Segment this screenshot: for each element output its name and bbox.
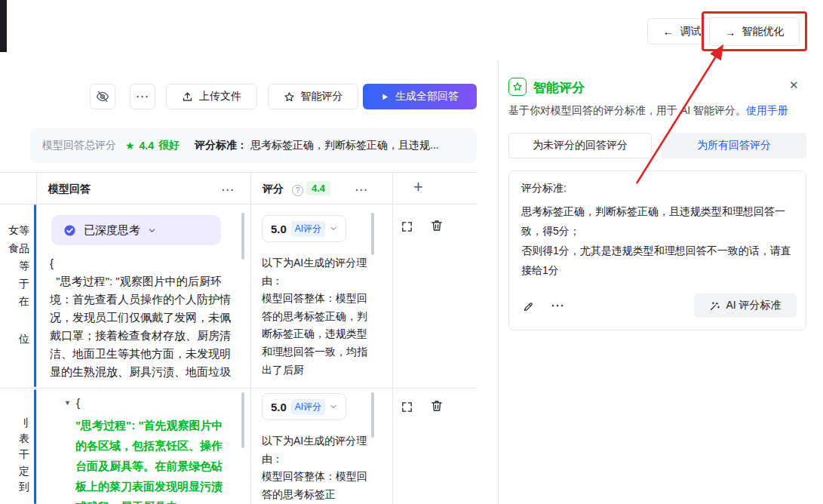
- clipped-line: 定: [0, 463, 29, 479]
- cell-scrollbar[interactable]: [241, 392, 244, 448]
- more-icon: ⋯: [355, 182, 368, 198]
- debug-button-label: 调试: [680, 25, 702, 38]
- eye-off-icon: [96, 90, 109, 103]
- score-dropdown[interactable]: 5.0 AI评分: [262, 215, 346, 242]
- upload-icon: [182, 91, 193, 103]
- close-panel-button[interactable]: ✕: [789, 78, 799, 92]
- ai-score-tag: AI评分: [291, 399, 325, 415]
- column-header-model-answer: 模型回答: [48, 183, 91, 196]
- play-icon: [381, 93, 389, 101]
- info-icon[interactable]: ?: [292, 185, 303, 196]
- column-header-score: 评分: [263, 183, 284, 196]
- add-column-button[interactable]: +: [413, 177, 423, 197]
- clipped-line: 刂: [0, 415, 29, 431]
- score-reason-cell[interactable]: 以下为AI生成的评分理由： 模型回答整体：模型回答的思考标签正: [262, 432, 369, 503]
- clipped-line: 等: [0, 257, 29, 275]
- criteria-card-label: 评分标准:: [521, 182, 567, 195]
- total-score-value: 4.4: [140, 140, 154, 152]
- deep-thinking-toggle[interactable]: 已深度思考: [51, 215, 221, 245]
- selected-column-indicator: [34, 204, 36, 387]
- edit-criteria-button[interactable]: [522, 300, 535, 313]
- clipped-line: 于: [0, 275, 29, 293]
- table-border: [0, 204, 477, 204]
- clipped-column-text: 女等 食品 等 于 在: [0, 222, 32, 311]
- score-value: 5.0: [271, 401, 287, 413]
- cell-scrollbar[interactable]: [241, 213, 244, 260]
- score-unrated-button[interactable]: 为未评分的回答评分: [508, 133, 652, 158]
- magic-wand-icon: [709, 300, 720, 312]
- selected-column-indicator: [34, 389, 36, 504]
- table-border: [0, 172, 477, 173]
- star-icon: [284, 91, 295, 103]
- trash-icon: [430, 399, 444, 413]
- expand-row-button[interactable]: [401, 220, 413, 233]
- clipped-line: 食品: [0, 240, 29, 258]
- ai-criteria-label: AI 评分标准: [726, 299, 781, 312]
- clipped-line: 女等: [0, 222, 29, 240]
- more-icon: ⋯: [551, 298, 565, 313]
- upload-file-label: 上传文件: [199, 90, 241, 103]
- criteria-card-text: 思考标签正确，判断标签正确，且违规类型和理想回答一致，得5分； 否则得1分，尤其…: [521, 201, 796, 280]
- cell-scrollbar[interactable]: [371, 213, 374, 255]
- total-score-grade: 很好: [158, 139, 180, 152]
- answer-column-menu-button[interactable]: ⋯: [218, 180, 238, 198]
- more-icon: ⋯: [136, 88, 150, 105]
- expand-row-button[interactable]: [401, 401, 413, 413]
- total-score-label: 模型回答总评分: [42, 139, 116, 152]
- model-answer-cell[interactable]: "思考过程": "首先观察图片中的各区域，包括烹饪区、操作台面及厨具等。在前景绿…: [75, 415, 225, 504]
- chevron-down-icon: [330, 225, 337, 232]
- upload-file-button[interactable]: 上传文件: [166, 84, 257, 109]
- smart-score-button[interactable]: 智能评分: [268, 84, 358, 109]
- score-all-button[interactable]: 为所有回答评分: [662, 133, 806, 158]
- star-icon: [512, 81, 523, 92]
- column-divider: [250, 172, 251, 504]
- score-dropdown[interactable]: 5.0 AI评分: [262, 393, 346, 420]
- chevron-down-icon: [330, 403, 337, 410]
- arrow-left-icon: ←: [663, 25, 674, 38]
- smart-optimize-button-label: 智能优化: [742, 25, 785, 38]
- more-icon: ⋯: [221, 182, 235, 198]
- score-column-menu-button[interactable]: ⋯: [352, 180, 371, 198]
- column-score-badge: 4.4: [306, 181, 330, 195]
- clipped-column-text: 刂 表 干 定 到: [0, 415, 32, 495]
- collapse-json-button[interactable]: ▼: [64, 399, 71, 407]
- ai-criteria-button[interactable]: AI 评分标准: [694, 293, 797, 318]
- star-icon: ★: [125, 140, 135, 152]
- panel-subtitle: 基于你对模型回答的评分标准，用于 AI 智能评分。使用手册: [508, 104, 788, 118]
- total-score-bar: 模型回答总评分 ★ 4.4 很好 评分标准： 思考标签正确，判断标签正确，且违规…: [30, 128, 477, 163]
- fullscreen-icon: [401, 401, 413, 413]
- window-edge: [0, 0, 7, 52]
- criteria-card: 评分标准: 思考标签正确，判断标签正确，且违规类型和理想回答一致，得5分； 否则…: [508, 171, 806, 330]
- column-divider: [392, 172, 393, 504]
- delete-row-button[interactable]: [430, 399, 444, 413]
- smart-optimize-button[interactable]: → 智能优化: [709, 17, 800, 46]
- model-answer-cell[interactable]: { "思考过程": "观察图片中的后厨环境：首先查看人员操作的个人防护情况，发现…: [50, 254, 240, 381]
- edit-icon: [522, 300, 535, 313]
- app-window: ← 调试 → 智能优化 ⋯ 上传文件 智能评分: [0, 0, 823, 504]
- panel-subtitle-text: 基于你对模型回答的评分标准，用于 AI 智能评分。: [508, 104, 746, 116]
- toolbar-more-button[interactable]: ⋯: [130, 84, 155, 109]
- ai-score-tag: AI评分: [291, 221, 325, 237]
- user-manual-link[interactable]: 使用手册: [746, 104, 788, 116]
- debug-button[interactable]: ← 调试: [647, 18, 717, 45]
- deep-thinking-label: 已深度思考: [84, 223, 140, 238]
- criteria-more-button[interactable]: ⋯: [551, 297, 565, 314]
- panel-title: 智能评分: [533, 79, 585, 97]
- trash-icon: [430, 219, 444, 232]
- row-divider: [0, 388, 477, 389]
- close-icon: ✕: [789, 78, 799, 91]
- score-value: 5.0: [271, 223, 287, 235]
- score-reason-cell[interactable]: 以下为AI生成的评分理由： 模型回答整体：模型回答的思考标签正确，判断标签正确，…: [262, 254, 369, 379]
- cell-scrollbar[interactable]: [371, 392, 374, 438]
- chevron-down-icon: [148, 226, 156, 235]
- clipped-line: 到: [0, 479, 29, 495]
- criteria-label: 评分标准：: [195, 139, 247, 152]
- clipped-line: 表: [0, 431, 29, 447]
- generate-all-button[interactable]: 生成全部回答: [363, 84, 477, 109]
- criteria-preview: 思考标签正确，判断标签正确，且违规...: [250, 139, 439, 152]
- check-circle-icon: [63, 224, 76, 237]
- smart-score-label: 智能评分: [301, 90, 343, 103]
- column-divider: [36, 172, 37, 504]
- delete-row-button[interactable]: [430, 219, 444, 232]
- hide-column-button[interactable]: [90, 84, 115, 109]
